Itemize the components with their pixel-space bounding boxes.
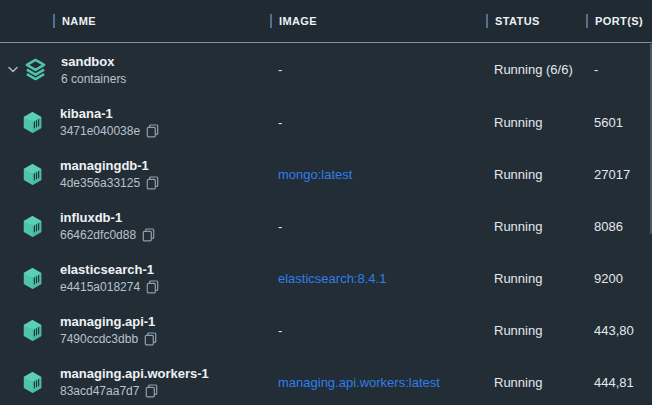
column-header-image: IMAGE: [270, 14, 486, 28]
container-ports-cell: 443,80: [586, 323, 652, 338]
column-header-status: STATUS: [486, 14, 586, 28]
group-image-cell: -: [270, 62, 486, 77]
container-image-cell: mongo:latest: [270, 167, 486, 182]
container-status-cell: Running: [486, 167, 586, 182]
ports-text: 443,80: [594, 323, 634, 338]
status-text: Running: [494, 115, 542, 130]
image-reference: -: [278, 115, 282, 130]
container-row[interactable]: managingdb-1 4de356a33125 mongo:latest R…: [0, 148, 652, 200]
status-text: Running: [494, 167, 542, 182]
container-name-cell: influxdb-1 66462dfc0d88: [0, 210, 270, 242]
container-icon: [22, 215, 43, 238]
container-status-cell: Running: [486, 375, 586, 390]
container-name-cell: managing.api.workers-1 83acd47aa7d7: [0, 366, 270, 398]
ports-text: 27017: [594, 167, 630, 182]
container-status-cell: Running: [486, 323, 586, 338]
container-name: managingdb-1: [60, 158, 159, 173]
container-name: elasticsearch-1: [60, 262, 159, 277]
container-id: 7490ccdc3dbb: [60, 332, 138, 346]
container-name-cell: kibana-1 3471e040038e: [0, 106, 270, 138]
ports-text: -: [594, 62, 598, 77]
container-row[interactable]: kibana-1 3471e040038e - Running 5601: [0, 96, 652, 148]
copy-icon[interactable]: [142, 228, 155, 242]
container-image-cell: -: [270, 219, 486, 234]
container-status-cell: Running: [486, 219, 586, 234]
column-divider: [486, 14, 488, 28]
container-name-cell: managingdb-1 4de356a33125: [0, 158, 270, 190]
stack-icon: [24, 58, 47, 81]
container-row[interactable]: elasticsearch-1 e4415a018274 elasticsear…: [0, 252, 652, 304]
containers-table: NAME IMAGE STATUS PORT(S): [0, 0, 652, 405]
image-reference[interactable]: mongo:latest: [278, 167, 352, 182]
column-header-ports: PORT(S): [586, 14, 652, 28]
container-image-cell: elasticsearch:8.4.1: [270, 271, 486, 286]
container-id: e4415a018274: [60, 280, 140, 294]
column-header-label: PORT(S): [595, 15, 643, 27]
status-text: Running (6/6): [494, 62, 573, 77]
container-name: managing.api.workers-1: [60, 366, 209, 381]
container-ports-cell: 5601: [586, 115, 652, 130]
copy-icon[interactable]: [146, 280, 159, 294]
column-header-label: NAME: [62, 15, 96, 27]
container-icon: [22, 371, 43, 394]
container-row[interactable]: managing.api-1 7490ccdc3dbb - Running 4: [0, 304, 652, 356]
image-reference: -: [278, 219, 282, 234]
container-row[interactable]: managing.api.workers-1 83acd47aa7d7 mana…: [0, 356, 652, 405]
column-divider: [53, 14, 55, 28]
column-header-label: STATUS: [495, 15, 540, 27]
image-reference[interactable]: managing.api.workers:latest: [278, 375, 440, 390]
copy-icon[interactable]: [146, 124, 159, 138]
container-id: 3471e040038e: [60, 124, 140, 138]
container-icon: [22, 319, 43, 342]
container-rows: kibana-1 3471e040038e - Running 5601: [0, 96, 652, 405]
container-icon: [22, 267, 43, 290]
compose-group-row[interactable]: sandbox 6 containers - Running (6/6) -: [0, 43, 652, 96]
container-name: managing.api-1: [60, 314, 157, 329]
copy-icon[interactable]: [146, 176, 159, 190]
copy-icon[interactable]: [144, 332, 157, 346]
group-status-cell: Running (6/6): [486, 62, 586, 77]
container-image-cell: -: [270, 323, 486, 338]
group-ports-cell: -: [586, 62, 652, 77]
container-name: influxdb-1: [60, 210, 155, 225]
container-icon: [22, 111, 43, 134]
table-header: NAME IMAGE STATUS PORT(S): [0, 0, 652, 43]
group-name-cell: sandbox 6 containers: [0, 54, 270, 86]
column-divider: [270, 14, 272, 28]
chevron-down-icon[interactable]: [8, 66, 18, 73]
status-text: Running: [494, 271, 542, 286]
column-divider: [586, 14, 588, 28]
container-ports-cell: 27017: [586, 167, 652, 182]
container-id: 4de356a33125: [60, 176, 140, 190]
container-ports-cell: 9200: [586, 271, 652, 286]
container-id: 66462dfc0d88: [60, 228, 136, 242]
ports-text: 444,81: [594, 375, 634, 390]
ports-text: 9200: [594, 271, 623, 286]
container-row[interactable]: influxdb-1 66462dfc0d88 - Running 8086: [0, 200, 652, 252]
container-icon: [22, 163, 43, 186]
container-name: kibana-1: [60, 106, 159, 121]
container-status-cell: Running: [486, 115, 586, 130]
image-reference[interactable]: elasticsearch:8.4.1: [278, 271, 386, 286]
container-status-cell: Running: [486, 271, 586, 286]
container-ports-cell: 444,81: [586, 375, 652, 390]
container-image-cell: -: [270, 115, 486, 130]
container-ports-cell: 8086: [586, 219, 652, 234]
status-text: Running: [494, 219, 542, 234]
image-reference: -: [278, 323, 282, 338]
column-header-name: NAME: [0, 14, 270, 28]
ports-text: 5601: [594, 115, 623, 130]
container-image-cell: managing.api.workers:latest: [270, 375, 486, 390]
group-name: sandbox: [61, 54, 126, 69]
column-header-label: IMAGE: [279, 15, 317, 27]
container-name-cell: managing.api-1 7490ccdc3dbb: [0, 314, 270, 346]
image-reference: -: [278, 62, 282, 77]
container-name-cell: elasticsearch-1 e4415a018274: [0, 262, 270, 294]
status-text: Running: [494, 375, 542, 390]
container-id: 83acd47aa7d7: [60, 384, 139, 398]
ports-text: 8086: [594, 219, 623, 234]
copy-icon[interactable]: [145, 384, 158, 398]
status-text: Running: [494, 323, 542, 338]
group-container-count: 6 containers: [61, 72, 126, 86]
